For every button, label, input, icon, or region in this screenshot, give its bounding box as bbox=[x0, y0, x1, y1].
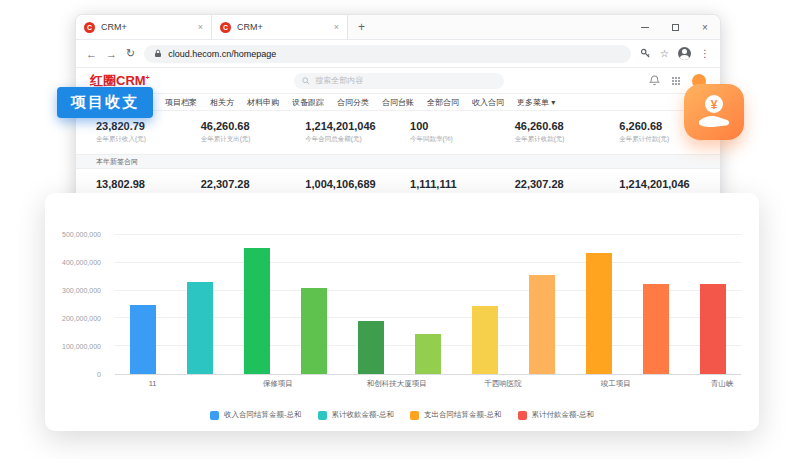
chart-bar[interactable] bbox=[130, 305, 156, 375]
tab-close-icon[interactable]: × bbox=[198, 22, 203, 32]
crm-header: 红圈CRM+ 搜索全部内容 bbox=[76, 68, 720, 94]
x-axis-labels: 11保修项目和创科技大厦项目千西响医院竣工项目青山峡 bbox=[115, 379, 741, 391]
crm-favicon-icon: C bbox=[84, 22, 95, 33]
x-axis-category-label: 千西响医院 bbox=[484, 379, 522, 389]
x-axis-category-label: 和创科技大厦项目 bbox=[367, 379, 427, 389]
y-axis-tick-label: 300,000,000 bbox=[62, 287, 101, 294]
crm-favicon-icon: C bbox=[220, 22, 231, 33]
minimize-icon bbox=[641, 27, 649, 28]
tab-strip: CCRM+×CCRM+× + × bbox=[76, 15, 720, 40]
legend-label: 收入合同结算金额-总和 bbox=[224, 410, 302, 420]
stat-value: 22,307.28 bbox=[201, 178, 288, 190]
stat-value: 1,111,111 bbox=[410, 178, 497, 190]
crm-nav-item[interactable]: 合同台账 bbox=[382, 97, 414, 108]
stat-caption: 全年累计收款(元) bbox=[515, 135, 602, 144]
stats-row-1: 23,820.79全年累计收入(元)46,260.68全年累计支出(元)1,21… bbox=[76, 111, 720, 150]
tab-title: CRM+ bbox=[237, 22, 263, 32]
stat-value: 13,802.98 bbox=[96, 178, 183, 190]
stat-item: 46,260.68全年累计支出(元) bbox=[189, 118, 294, 150]
chart-bar[interactable] bbox=[301, 288, 327, 374]
stat-value: 1,214,201,046 bbox=[305, 120, 392, 132]
chart-bar[interactable] bbox=[187, 282, 213, 374]
y-axis-tick-label: 400,000,000 bbox=[62, 259, 101, 266]
address-bar-icons: ☆ ⋮ bbox=[640, 47, 710, 60]
new-tab-button[interactable]: + bbox=[348, 15, 375, 39]
key-icon[interactable] bbox=[640, 48, 651, 59]
minimize-button[interactable] bbox=[630, 15, 660, 39]
stat-value: 22,307.28 bbox=[515, 178, 602, 190]
chart-bar[interactable] bbox=[244, 248, 270, 374]
crm-nav-item[interactable]: 更多菜单 ▾ bbox=[517, 97, 555, 108]
maximize-icon bbox=[672, 24, 679, 31]
reload-icon[interactable]: ↻ bbox=[126, 47, 135, 60]
stat-item: 46,260.68全年累计收款(元) bbox=[503, 118, 608, 150]
legend-swatch bbox=[410, 411, 419, 420]
crm-nav-item[interactable]: 设备跟踪 bbox=[292, 97, 324, 108]
chart-bar[interactable] bbox=[643, 284, 669, 374]
crm-nav-item[interactable]: 合同分类 bbox=[337, 97, 369, 108]
crm-nav-bar: 首页重点项目项目档案相关方材料申购设备跟踪合同分类合同台账全部合同收入合同更多菜… bbox=[76, 94, 720, 111]
legend-item[interactable]: 累计收款金额-总和 bbox=[318, 410, 395, 420]
chart-legend: 收入合同结算金额-总和累计收款金额-总和支出合同结算金额-总和累计付款金额-总和 bbox=[45, 410, 759, 420]
chart-bars bbox=[115, 235, 741, 374]
bookmark-star-icon[interactable]: ☆ bbox=[660, 48, 669, 59]
legend-label: 支出合同结算金额-总和 bbox=[424, 410, 502, 420]
y-axis-tick-label: 0 bbox=[97, 371, 101, 378]
crm-nav-item[interactable]: 材料申购 bbox=[247, 97, 279, 108]
money-hand-icon[interactable]: ¥ bbox=[684, 84, 744, 140]
url-text: cloud.hecom.cn/homepage bbox=[168, 49, 276, 59]
browser-tab[interactable]: CCRM+× bbox=[212, 15, 348, 39]
chart-bar[interactable] bbox=[358, 321, 384, 374]
url-input[interactable]: cloud.hecom.cn/homepage bbox=[144, 45, 631, 63]
stat-caption: 全年累计支出(元) bbox=[201, 135, 288, 144]
crm-nav-item[interactable]: 项目档案 bbox=[165, 97, 197, 108]
stat-item: 100今年回款率(%) bbox=[398, 118, 503, 150]
section-title: 本年新签合同 bbox=[96, 157, 138, 167]
section-bar: 本年新签合同 bbox=[76, 154, 720, 169]
stat-item: 1,214,201,046今年合同总金额(元) bbox=[293, 118, 398, 150]
legend-item[interactable]: 收入合同结算金额-总和 bbox=[210, 410, 302, 420]
tab-strip-tabs: CCRM+×CCRM+× bbox=[76, 15, 348, 39]
legend-item[interactable]: 累计付款金额-总和 bbox=[518, 410, 595, 420]
stat-value: 1,004,106,689 bbox=[305, 178, 392, 190]
lock-icon bbox=[154, 49, 162, 58]
forward-icon[interactable]: → bbox=[106, 48, 117, 60]
chart-bar[interactable] bbox=[472, 306, 498, 374]
legend-swatch bbox=[518, 411, 527, 420]
close-button[interactable]: × bbox=[690, 15, 720, 39]
tab-title: CRM+ bbox=[101, 22, 127, 32]
browser-menu-icon[interactable]: ⋮ bbox=[700, 48, 710, 59]
chart-bar[interactable] bbox=[415, 334, 441, 374]
crm-search-input[interactable]: 搜索全部内容 bbox=[294, 73, 504, 89]
stat-value: 1,214,201,046 bbox=[619, 178, 706, 190]
browser-tab[interactable]: CCRM+× bbox=[76, 15, 212, 39]
stat-caption: 全年累计收入(元) bbox=[96, 135, 183, 144]
y-axis-tick-label: 200,000,000 bbox=[62, 315, 101, 322]
stat-caption: 今年合同总金额(元) bbox=[305, 135, 392, 144]
crm-nav-item[interactable]: 收入合同 bbox=[472, 97, 504, 108]
legend-item[interactable]: 支出合同结算金额-总和 bbox=[410, 410, 502, 420]
back-icon[interactable]: ← bbox=[86, 48, 97, 60]
crm-nav-item[interactable]: 相关方 bbox=[210, 97, 234, 108]
stat-value: 46,260.68 bbox=[201, 120, 288, 132]
chart-bar[interactable] bbox=[529, 275, 555, 374]
x-axis-category-label: 保修项目 bbox=[263, 379, 293, 389]
svg-text:¥: ¥ bbox=[711, 98, 718, 112]
yuan-coin-hand-icon: ¥ bbox=[695, 93, 733, 131]
y-axis-tick-label: 100,000,000 bbox=[62, 343, 101, 350]
chart-bar[interactable] bbox=[586, 253, 612, 374]
chart-bar[interactable] bbox=[700, 284, 726, 374]
crm-nav-item[interactable]: 全部合同 bbox=[427, 97, 459, 108]
apps-grid-icon[interactable] bbox=[671, 76, 681, 86]
profile-avatar-icon[interactable] bbox=[678, 47, 691, 60]
x-axis-category-label: 11 bbox=[149, 379, 157, 388]
legend-label: 累计收款金额-总和 bbox=[332, 410, 395, 420]
stat-value: 23,820.79 bbox=[96, 120, 183, 132]
tab-close-icon[interactable]: × bbox=[334, 22, 339, 32]
maximize-button[interactable] bbox=[660, 15, 690, 39]
legend-swatch bbox=[318, 411, 327, 420]
window-controls: × bbox=[630, 15, 720, 39]
legend-swatch bbox=[210, 411, 219, 420]
project-badge[interactable]: 项目收支 bbox=[57, 87, 153, 118]
bell-icon[interactable] bbox=[649, 75, 660, 86]
